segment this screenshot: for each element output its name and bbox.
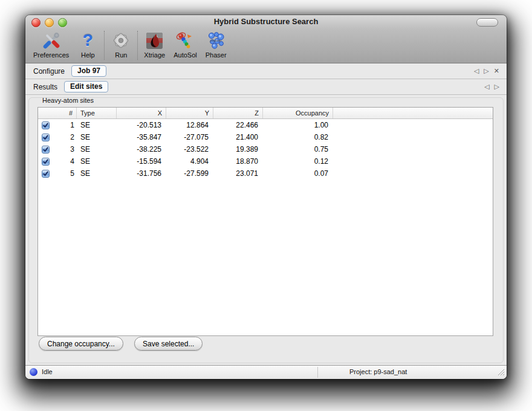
status-dot-icon <box>30 368 37 376</box>
column-header-num[interactable]: # <box>38 108 77 118</box>
site-y: -23.522 <box>166 145 213 154</box>
site-z: 21.400 <box>213 133 263 141</box>
titlebar[interactable]: Hybrid Substructure Search <box>25 15 507 28</box>
status-text: Idle <box>42 368 53 375</box>
toolbar: Preferences ? Help Run <box>25 28 507 63</box>
site-z: 23.071 <box>213 169 263 178</box>
change-occupancy-button[interactable]: Change occupancy... <box>39 337 123 351</box>
toolbar-separator <box>104 31 105 60</box>
phaser-button[interactable]: phaser Phaser <box>201 30 231 59</box>
column-header-occupancy[interactable]: Occupancy <box>263 108 333 118</box>
site-z: 19.389 <box>213 145 263 154</box>
tab-close-icon[interactable]: ✕ <box>494 67 499 75</box>
preferences-label: Preferences <box>33 51 69 59</box>
phaser-icon: phaser <box>206 30 226 51</box>
site-number: 1 <box>70 121 74 129</box>
site-number: 2 <box>70 133 74 141</box>
site-x: -31.756 <box>117 169 166 178</box>
help-button[interactable]: ? Help <box>73 30 102 59</box>
column-header-empty <box>333 108 493 118</box>
site-checkbox[interactable] <box>42 170 50 178</box>
table-row[interactable]: 2 SE -35.847 -27.075 21.400 0.82 <box>38 131 493 143</box>
svg-text:phaser: phaser <box>210 39 222 42</box>
site-x: -35.847 <box>117 133 166 141</box>
table-header: # Type X Y Z Occupancy <box>38 108 493 119</box>
site-checkbox[interactable] <box>42 158 50 166</box>
xtriage-icon <box>144 30 165 51</box>
site-occupancy: 0.12 <box>263 157 333 166</box>
site-checkbox[interactable] <box>42 134 50 141</box>
autosol-label: AutoSol <box>174 51 197 59</box>
xtriage-label: Xtriage <box>144 51 165 59</box>
site-type: SE <box>77 133 117 141</box>
status-bar: Idle Project: p9-sad_nat <box>25 365 507 379</box>
tab-results[interactable]: Results <box>33 83 57 91</box>
site-type: SE <box>77 145 117 154</box>
toolbar-separator <box>137 31 138 60</box>
site-occupancy: 0.07 <box>263 169 333 178</box>
tab-prev-icon[interactable]: ◁ <box>484 83 489 91</box>
table-row[interactable]: 3 SE -38.225 -23.522 19.389 0.75 <box>38 143 493 155</box>
site-x: -38.225 <box>117 145 166 154</box>
site-y: -27.075 <box>166 133 213 141</box>
window-chrome: Hybrid Substructure Search <box>25 15 507 63</box>
primary-tab-bar: Configure Job 97 ◁ ▷ ✕ <box>25 63 507 79</box>
site-type: SE <box>77 121 117 129</box>
site-type: SE <box>77 157 117 166</box>
site-y: 12.864 <box>166 121 213 129</box>
table-body: 1 SE -20.513 12.864 22.466 1.00 2 SE -35… <box>38 119 493 180</box>
site-checkbox[interactable] <box>42 121 50 129</box>
help-label: Help <box>81 51 95 59</box>
site-checkbox[interactable] <box>42 146 50 154</box>
site-number: 3 <box>70 145 74 154</box>
tools-icon <box>41 30 62 51</box>
tab-edit-sites[interactable]: Edit sites <box>64 81 108 92</box>
app-window: Hybrid Substructure Search <box>25 15 507 379</box>
column-header-x[interactable]: X <box>117 108 166 118</box>
project-label: Project: p9-sad_nat <box>349 368 407 375</box>
column-header-y[interactable]: Y <box>166 108 213 118</box>
tab-configure[interactable]: Configure <box>33 67 65 76</box>
site-type: SE <box>77 169 117 178</box>
autosol-button[interactable]: AutoSol <box>169 30 201 59</box>
preferences-button[interactable]: Preferences <box>29 30 73 59</box>
xtriage-button[interactable]: Xtriage <box>140 30 169 59</box>
tab-next-icon[interactable]: ▷ <box>495 83 499 91</box>
section-title: Heavy-atom sites <box>42 97 94 104</box>
column-header-type[interactable]: Type <box>77 108 117 118</box>
status-divider <box>317 367 318 378</box>
tab-prev-icon[interactable]: ◁ <box>474 67 479 75</box>
column-header-z[interactable]: Z <box>213 108 263 118</box>
table-row[interactable]: 1 SE -20.513 12.864 22.466 1.00 <box>38 119 493 131</box>
resize-grip[interactable] <box>497 368 505 377</box>
site-number: 5 <box>70 169 74 178</box>
gear-icon <box>111 30 131 51</box>
site-y: -27.599 <box>166 169 213 178</box>
site-number: 4 <box>70 157 74 166</box>
site-z: 22.466 <box>213 121 263 129</box>
run-label: Run <box>115 51 127 59</box>
site-occupancy: 0.75 <box>263 145 333 154</box>
secondary-tab-bar: Results Edit sites ◁ ▷ <box>25 79 507 95</box>
table-row[interactable]: 4 SE -15.594 4.904 18.870 0.12 <box>38 155 493 167</box>
save-selected-button[interactable]: Save selected... <box>134 337 203 351</box>
site-z: 18.870 <box>213 157 263 166</box>
sites-table: # Type X Y Z Occupancy 1 SE -20.513 12.8… <box>37 107 493 336</box>
site-x: -20.513 <box>117 121 166 129</box>
phaser-label: Phaser <box>206 51 227 59</box>
site-x: -15.594 <box>117 157 166 166</box>
tab-job-97[interactable]: Job 97 <box>71 65 106 77</box>
autosol-icon <box>175 30 195 51</box>
toolbar-toggle-button[interactable] <box>476 18 498 27</box>
tab-next-icon[interactable]: ▷ <box>484 67 488 75</box>
question-icon: ? <box>77 30 98 51</box>
site-occupancy: 0.82 <box>263 133 333 141</box>
run-button[interactable]: Run <box>106 30 135 59</box>
site-occupancy: 1.00 <box>263 121 333 129</box>
table-row[interactable]: 5 SE -31.756 -27.599 23.071 0.07 <box>38 167 493 180</box>
site-y: 4.904 <box>166 157 213 166</box>
window-title: Hybrid Substructure Search <box>25 17 507 26</box>
